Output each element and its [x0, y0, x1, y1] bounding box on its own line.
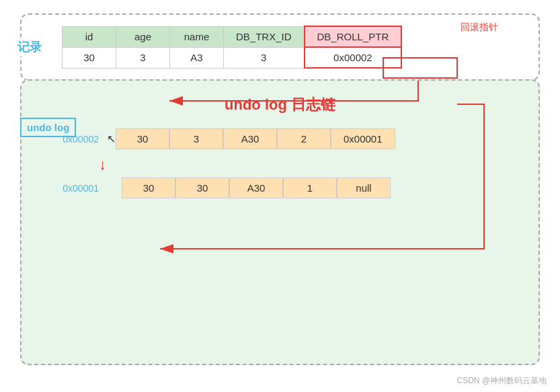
col-name: name [170, 26, 224, 47]
log-cell-2-1: 30 [122, 178, 175, 198]
cell-id: 30 [63, 47, 116, 68]
col-age: age [116, 26, 170, 47]
log-cell-1-3: A30 [223, 128, 277, 149]
log-cell-2-2: 30 [175, 178, 229, 198]
col-db-trx-id: DB_TRX_ID [224, 26, 305, 47]
log-cell-1-1: 30 [116, 128, 169, 149]
log-cell-1-5: 0x00001 [331, 128, 395, 149]
log-cells-2: 30 30 A30 1 null [122, 178, 391, 198]
record-section: 记录 回滚指针 id age name DB_TRX_ID DB_ROLL_PT… [20, 13, 540, 81]
cell-roll-ptr: 0x00002 [305, 47, 402, 68]
cursor-icon: ↖ [107, 132, 116, 145]
log-row-1: 0x00002 ↖ 30 3 A30 2 0x00001 [55, 128, 525, 149]
cell-trx-id: 3 [224, 47, 305, 68]
record-table: id age name DB_TRX_ID DB_ROLL_PTR 30 3 A… [62, 26, 402, 69]
log-cell-2-4: 1 [283, 178, 337, 198]
roll-ptr-label: 回滚指针 [461, 22, 498, 34]
record-label: 记录 [15, 38, 44, 56]
undolog-title: undo log 日志链 [35, 95, 525, 115]
undolog-section: undo log undo log 日志链 0x00002 ↖ 30 3 A30… [20, 79, 540, 365]
arrow-down: ↓ [55, 156, 525, 173]
connection-arrow [22, 81, 538, 364]
undolog-label: undo log [20, 118, 76, 137]
log-cell-2-5: null [337, 178, 391, 198]
log-row-2: 0x00001 30 30 A30 1 null [55, 178, 525, 198]
log-addr-2: 0x00001 [55, 183, 99, 194]
main-container: 记录 回滚指针 id age name DB_TRX_ID DB_ROLL_PT… [20, 13, 540, 365]
table-data-row: 30 3 A3 3 0x00002 [63, 47, 402, 68]
watermark: CSDN @神州数码云基地 [456, 375, 547, 387]
log-cell-1-2: 3 [169, 128, 223, 149]
cell-age: 3 [116, 47, 170, 68]
log-cell-1-4: 2 [277, 128, 331, 149]
col-db-roll-ptr: DB_ROLL_PTR [305, 26, 402, 47]
log-cells-1: 30 3 A30 2 0x00001 [116, 128, 395, 149]
log-cell-2-3: A30 [229, 178, 283, 198]
cell-name: A3 [170, 47, 224, 68]
col-id: id [63, 26, 116, 47]
table-header-row: id age name DB_TRX_ID DB_ROLL_PTR [63, 26, 402, 47]
